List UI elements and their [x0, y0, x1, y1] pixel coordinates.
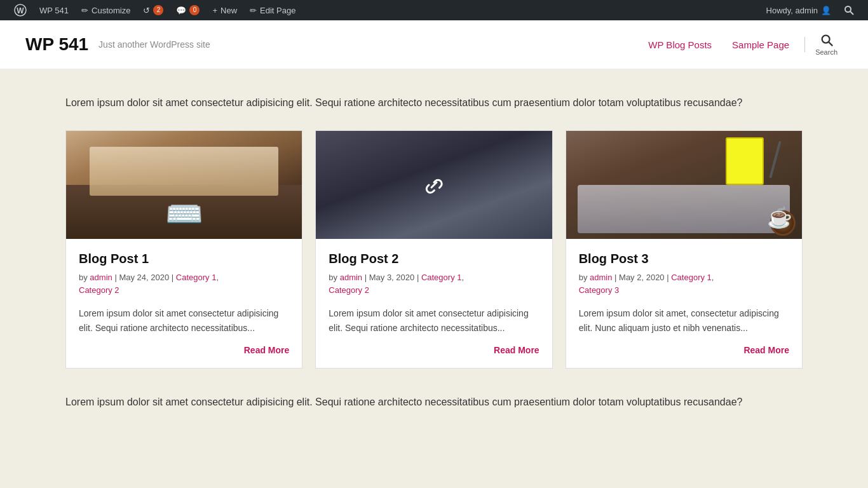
admin-bar-edit-page[interactable]: ✏ Edit Page: [243, 0, 302, 20]
admin-bar-search[interactable]: [837, 0, 860, 20]
post-1-read-more[interactable]: Read More: [79, 345, 289, 355]
post-3-title: Blog Post 3: [579, 252, 789, 266]
svg-text:W: W: [17, 6, 24, 15]
post-1-excerpt: Lorem ipsum dolor sit amet consectetur a…: [79, 306, 289, 335]
post-3-cat3[interactable]: Category 3: [579, 285, 620, 295]
admin-bar-site-name[interactable]: WP 541: [33, 0, 75, 20]
admin-bar-right: Howdy, admin 👤: [760, 0, 860, 20]
post-3-excerpt: Lorem ipsum dolor sit amet, consectetur …: [579, 306, 789, 335]
admin-bar: W WP 541 ✏ Customize ↺ 2 💬 0 + New ✏ Edi…: [0, 0, 868, 20]
post-3-image: [566, 131, 802, 239]
post-2-cat2[interactable]: Category 2: [329, 285, 369, 295]
post-2-cat1[interactable]: Category 1: [421, 273, 462, 282]
post-1-title: Blog Post 1: [79, 252, 289, 266]
svg-point-4: [822, 36, 829, 43]
site-title[interactable]: WP 541: [25, 34, 88, 55]
post-3-cat1[interactable]: Category 1: [671, 273, 712, 282]
blog-card-1: ⌨️ Blog Post 1 by admin | May 24, 2020 |…: [65, 130, 302, 369]
svg-line-3: [850, 11, 853, 15]
svg-line-5: [829, 42, 832, 46]
link-icon-overlay: [420, 171, 448, 199]
search-button[interactable]: Search: [810, 33, 843, 56]
site-header: WP 541 Just another WordPress site WP Bl…: [0, 20, 868, 69]
post-3-author[interactable]: admin: [590, 273, 612, 282]
blog-card-3: Blog Post 3 by admin | May 2, 2020 | Cat…: [566, 130, 803, 369]
admin-bar-comments[interactable]: 💬 0: [170, 0, 206, 20]
outro-text: Lorem ipsum dolor sit amet consectetur a…: [65, 394, 803, 410]
post-1-body: Blog Post 1 by admin | May 24, 2020 | Ca…: [66, 239, 302, 368]
svg-point-2: [845, 6, 851, 12]
blog-grid: ⌨️ Blog Post 1 by admin | May 24, 2020 |…: [65, 130, 803, 369]
post-1-cat2[interactable]: Category 2: [79, 285, 119, 295]
post-1-date: May 24, 2020: [119, 273, 169, 282]
post-1-cat1[interactable]: Category 1: [176, 273, 217, 282]
nav-divider: [804, 37, 805, 52]
admin-bar-revisions[interactable]: ↺ 2: [137, 0, 170, 20]
search-label: Search: [815, 48, 837, 56]
admin-bar-wp-logo[interactable]: W: [8, 0, 33, 20]
post-2-body: Blog Post 2 by admin | May 3, 2020 | Cat…: [316, 239, 552, 368]
admin-bar-new[interactable]: + New: [206, 0, 243, 20]
post-1-author[interactable]: admin: [90, 273, 112, 282]
nav-wp-blog-posts[interactable]: WP Blog Posts: [638, 39, 722, 50]
post-2-date: May 3, 2020: [369, 273, 415, 282]
nav-sample-page[interactable]: Sample Page: [722, 39, 799, 50]
post-3-read-more[interactable]: Read More: [579, 345, 789, 355]
post-2-title: Blog Post 2: [329, 252, 539, 266]
post-3-date: May 2, 2020: [619, 273, 665, 282]
post-2-meta: by admin | May 3, 2020 | Category 1, Cat…: [329, 271, 539, 298]
main-content: Lorem ipsum dolor sit amet consectetur a…: [53, 69, 815, 436]
post-1-meta: by admin | May 24, 2020 | Category 1, Ca…: [79, 271, 289, 298]
site-tagline: Just another WordPress site: [98, 39, 210, 50]
intro-text: Lorem ipsum dolor sit amet consectetur a…: [65, 95, 803, 111]
admin-bar-customize[interactable]: ✏ Customize: [75, 0, 137, 20]
post-2-read-more[interactable]: Read More: [329, 345, 539, 355]
post-1-image: ⌨️: [66, 131, 302, 239]
post-2-excerpt: Lorem ipsum dolor sit amet consectetur a…: [329, 306, 539, 335]
post-3-meta: by admin | May 2, 2020 | Category 1, Cat…: [579, 271, 789, 298]
post-3-body: Blog Post 3 by admin | May 2, 2020 | Cat…: [566, 239, 802, 368]
post-2-image: [316, 131, 552, 239]
post-2-author[interactable]: admin: [340, 273, 362, 282]
admin-bar-howdy[interactable]: Howdy, admin 👤: [760, 0, 837, 20]
site-nav: WP Blog Posts Sample Page Search: [638, 33, 843, 56]
blog-card-2: Blog Post 2 by admin | May 3, 2020 | Cat…: [315, 130, 552, 369]
